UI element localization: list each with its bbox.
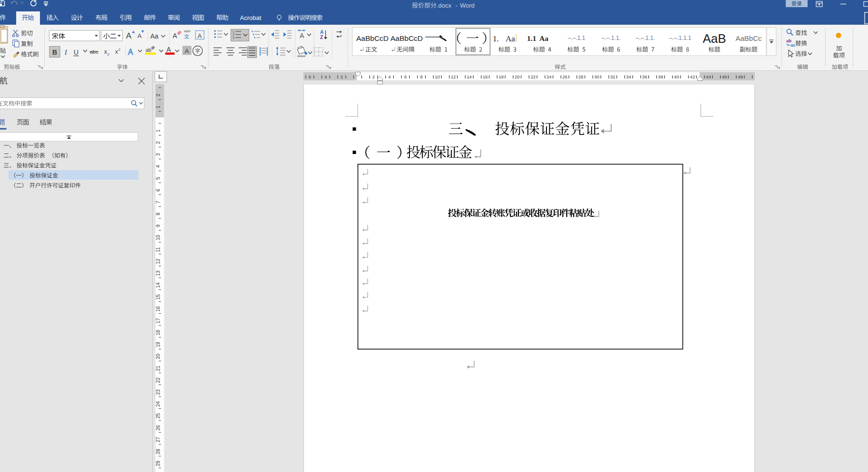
svg-text:.docx: .docx bbox=[437, 2, 452, 9]
svg-text:20: 20 bbox=[155, 354, 161, 359]
svg-text:-: - bbox=[456, 2, 458, 9]
svg-text:26: 26 bbox=[563, 74, 568, 79]
svg-text:18: 18 bbox=[155, 330, 161, 336]
svg-text:22: 22 bbox=[530, 74, 536, 79]
svg-text:27: 27 bbox=[155, 437, 161, 443]
svg-text:18: 18 bbox=[498, 74, 504, 79]
svg-text:ab: ab bbox=[146, 47, 151, 53]
svg-text:6: 6 bbox=[309, 74, 311, 79]
svg-text:wén: wén bbox=[184, 29, 191, 33]
svg-text:Aa: Aa bbox=[506, 34, 515, 43]
svg-text:28: 28 bbox=[155, 449, 161, 454]
svg-text:44: 44 bbox=[706, 74, 711, 79]
svg-text:20: 20 bbox=[515, 74, 520, 79]
svg-text:23: 23 bbox=[155, 389, 161, 395]
svg-text:Z: Z bbox=[320, 35, 323, 40]
svg-text:2: 2 bbox=[118, 48, 121, 52]
svg-text:7: 7 bbox=[155, 201, 161, 203]
svg-text:15: 15 bbox=[155, 294, 161, 300]
svg-text:46: 46 bbox=[722, 74, 727, 79]
svg-text:14: 14 bbox=[155, 282, 161, 288]
svg-text:5: 5 bbox=[155, 177, 161, 180]
svg-text:19: 19 bbox=[155, 342, 161, 347]
svg-text:Word: Word bbox=[460, 2, 475, 9]
svg-text:AaBbCcD: AaBbCcD bbox=[356, 34, 389, 42]
svg-text:40: 40 bbox=[674, 74, 679, 79]
svg-text:4: 4 bbox=[155, 165, 161, 168]
svg-text:4: 4 bbox=[388, 74, 390, 79]
svg-text:4: 4 bbox=[324, 74, 327, 79]
svg-text:22: 22 bbox=[155, 377, 161, 383]
svg-text:14: 14 bbox=[467, 74, 472, 79]
svg-text:–.–.1.1.: –.–.1.1. bbox=[636, 35, 655, 41]
svg-text:I: I bbox=[64, 49, 68, 56]
svg-text:ac: ac bbox=[790, 42, 796, 48]
svg-text:8: 8 bbox=[420, 74, 422, 79]
svg-text:29: 29 bbox=[155, 461, 161, 466]
svg-text:1: 1 bbox=[155, 129, 161, 132]
svg-text:42: 42 bbox=[690, 74, 695, 79]
svg-text:12: 12 bbox=[451, 74, 456, 79]
svg-text:Acrobat: Acrobat bbox=[240, 14, 262, 21]
svg-text:1.: 1. bbox=[493, 34, 499, 43]
svg-text:16: 16 bbox=[483, 74, 488, 79]
svg-text:B: B bbox=[52, 48, 57, 56]
svg-text:24: 24 bbox=[155, 401, 161, 407]
svg-text:A: A bbox=[198, 32, 202, 39]
svg-text:Aa: Aa bbox=[150, 32, 158, 40]
svg-text:A: A bbox=[320, 29, 323, 35]
svg-text:1.1: 1.1 bbox=[527, 34, 536, 42]
svg-text:A: A bbox=[300, 32, 304, 39]
svg-text:26: 26 bbox=[155, 425, 161, 431]
svg-text:–.–.1.1.: –.–.1.1. bbox=[602, 35, 621, 41]
svg-text:32: 32 bbox=[610, 74, 615, 79]
svg-text:48: 48 bbox=[738, 74, 743, 79]
svg-text:9: 9 bbox=[155, 224, 161, 227]
svg-text:1: 1 bbox=[155, 106, 161, 108]
svg-text:A: A bbox=[126, 31, 132, 40]
svg-text:2: 2 bbox=[372, 74, 375, 79]
svg-text:3: 3 bbox=[155, 153, 161, 156]
svg-text:17: 17 bbox=[155, 318, 161, 324]
svg-text:11: 11 bbox=[155, 247, 161, 252]
svg-text:AaB: AaB bbox=[702, 31, 726, 46]
svg-text:36: 36 bbox=[642, 74, 647, 79]
svg-text:x: x bbox=[115, 48, 118, 55]
svg-text:21: 21 bbox=[155, 366, 161, 371]
svg-text:A: A bbox=[137, 32, 142, 39]
svg-text:3: 3 bbox=[233, 36, 234, 39]
svg-text:2: 2 bbox=[155, 141, 161, 144]
svg-text:10: 10 bbox=[435, 74, 440, 79]
svg-text:A: A bbox=[166, 46, 171, 53]
svg-text:16: 16 bbox=[155, 306, 161, 312]
svg-text:8: 8 bbox=[155, 212, 161, 215]
svg-text:2: 2 bbox=[107, 52, 110, 57]
svg-text:–.–.1.1.1: –.–.1.1.1 bbox=[669, 35, 692, 41]
svg-text:2: 2 bbox=[155, 94, 161, 96]
svg-text:AaBbCc: AaBbCc bbox=[735, 34, 762, 42]
svg-text:–.–.1.1: –.–.1.1 bbox=[568, 35, 585, 41]
svg-text:A: A bbox=[128, 48, 133, 56]
svg-text:2: 2 bbox=[341, 74, 343, 79]
svg-text:24: 24 bbox=[546, 74, 552, 79]
svg-text:x: x bbox=[104, 48, 107, 55]
svg-text:6: 6 bbox=[155, 189, 161, 192]
svg-text:13: 13 bbox=[155, 270, 161, 276]
svg-text:38: 38 bbox=[658, 74, 663, 79]
svg-text:Aa: Aa bbox=[539, 34, 548, 42]
svg-text:34: 34 bbox=[626, 74, 632, 79]
svg-text:12: 12 bbox=[155, 259, 161, 264]
svg-text:A: A bbox=[185, 48, 189, 55]
svg-text:U: U bbox=[74, 48, 78, 56]
svg-text:28: 28 bbox=[578, 74, 584, 79]
svg-text:25: 25 bbox=[155, 413, 161, 419]
svg-text:A: A bbox=[173, 32, 177, 39]
svg-text:30: 30 bbox=[595, 74, 600, 79]
svg-text:AaBbCcD: AaBbCcD bbox=[390, 34, 423, 42]
svg-text:6: 6 bbox=[404, 74, 407, 79]
svg-text:10: 10 bbox=[155, 235, 161, 241]
